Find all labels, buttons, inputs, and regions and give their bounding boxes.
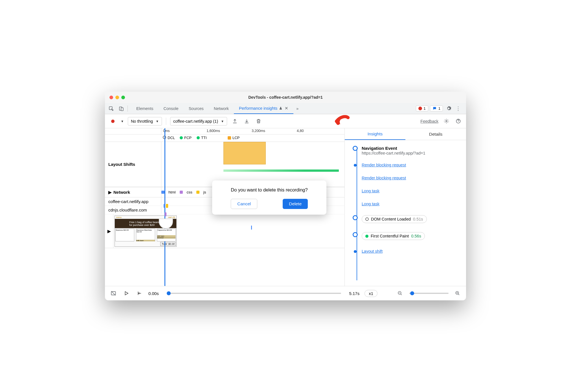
overview-block [223,142,266,164]
settings-icon[interactable] [445,105,453,113]
screenshot-thumbnail: menucart (0) Free 1 bag of coffee beans … [115,215,177,247]
expand-caret-icon[interactable]: ▶ [107,229,111,234]
close-tab-icon[interactable]: ✕ [285,106,288,111]
playback-footer: 0.00s 5.17s x1 [105,286,466,300]
fcp-pill[interactable]: First Contentful Paint 0.56s [362,232,425,240]
record-button[interactable] [109,117,117,125]
zoom-slider[interactable] [409,293,449,294]
nav-event-url: https://coffee-cart.netlify.app/?ad=1 [362,151,463,155]
screenshot-row[interactable]: ▶ menucart (0) Free 1 bag of coffee bean… [105,214,344,248]
tab-performance-insights[interactable]: Performance insights ✕ [234,103,293,114]
traffic-lights [109,96,125,99]
toolbar-settings-icon[interactable] [442,117,450,125]
insight-link[interactable]: Render blocking request [362,163,406,167]
timeline-node-icon [353,215,358,220]
throttling-select[interactable]: No throttling▼ [128,117,162,125]
time-ruler: 0ms 1,600ms 3,200ms 4,80 [105,128,344,135]
record-options-caret[interactable]: ▼ [121,120,124,123]
legend-css-icon [180,191,183,194]
error-icon [418,107,422,110]
fcp-dot-icon [365,235,368,238]
help-icon[interactable] [454,117,462,125]
timeline-node-icon [353,232,358,237]
time-end: 5.17s [349,291,359,296]
dcl-ring-icon [365,217,369,221]
delete-button[interactable]: Delete [283,199,308,209]
timeline-node-icon [353,146,358,151]
download-icon[interactable] [243,117,251,125]
insight-link[interactable]: Long task [362,189,379,193]
window-title: DevTools - coffee-cart.netlify.app/?ad=1 [105,95,466,100]
time-start: 0.00s [148,291,159,296]
tabs-overflow[interactable]: » [293,103,301,114]
panel-tabs: Elements Console Sources Network Perform… [105,103,466,114]
svg-rect-2 [121,108,123,111]
play-icon[interactable] [122,289,130,297]
annotation-arrow [335,115,351,127]
recording-select[interactable]: coffee-cart.netlify.app (1)▼ [170,117,227,125]
delete-icon[interactable] [255,117,263,125]
cancel-button[interactable]: Cancel [231,199,257,209]
insights-pane: Insights Details Navigation Event https:… [345,128,466,286]
upload-icon[interactable] [231,117,239,125]
zoom-out-icon[interactable] [396,289,404,297]
dcl-pill[interactable]: DOM Content Loaded 0.51s [362,215,427,223]
minimize-window-button[interactable] [115,96,119,99]
more-menu-icon[interactable]: ⋮ [454,105,462,113]
insights-list[interactable]: Navigation Event https://coffee-cart.net… [345,140,466,286]
svg-point-3 [446,120,447,122]
tab-insights[interactable]: Insights [345,128,405,140]
titlebar: DevTools - coffee-cart.netlify.app/?ad=1 [105,92,466,103]
close-window-button[interactable] [109,96,113,99]
perf-toolbar: ▼ No throttling▼ coffee-cart.netlify.app… [105,114,466,128]
insight-link[interactable]: Render blocking request [362,176,406,180]
legend-html-icon [161,191,164,194]
tab-network[interactable]: Network [209,103,234,114]
confirm-delete-dialog: Do you want to delete this recording? Ca… [212,180,326,215]
right-tabs: Insights Details [345,128,466,140]
rewind-icon[interactable] [135,289,143,297]
speed-pill[interactable]: x1 [364,290,377,297]
legend-js-icon [196,191,199,194]
overview-row[interactable]: Layout Shifts [105,142,344,187]
zoom-in-icon[interactable] [454,289,462,297]
screenshots-toggle-icon[interactable] [109,289,117,297]
insight-link[interactable]: Long task [362,202,379,206]
tab-console[interactable]: Console [158,103,183,114]
error-count-badge[interactable]: 1 [416,105,428,111]
experiment-icon [279,106,282,110]
maximize-window-button[interactable] [121,96,125,99]
markers-row: DCL FCP TTI LCP [105,135,344,142]
insight-link[interactable]: Layout shift [362,249,383,254]
message-count-badge[interactable]: 1 [430,105,443,111]
tab-details[interactable]: Details [405,128,466,140]
playback-slider[interactable] [167,293,341,294]
tab-elements[interactable]: Elements [131,103,158,114]
layout-shifts-label: Layout Shifts [105,142,161,187]
devtools-window: DevTools - coffee-cart.netlify.app/?ad=1… [105,92,466,300]
nav-event-title: Navigation Event [362,146,463,151]
expand-caret-icon[interactable]: ▶ [108,190,112,195]
dialog-message: Do you want to delete this recording? [218,187,320,193]
message-icon [432,106,437,111]
inspect-element-icon[interactable] [107,105,115,113]
device-toolbar-icon[interactable] [117,105,125,113]
feedback-link[interactable]: Feedback [420,119,438,124]
layout-shift-bar [223,169,339,172]
tab-sources[interactable]: Sources [184,103,209,114]
